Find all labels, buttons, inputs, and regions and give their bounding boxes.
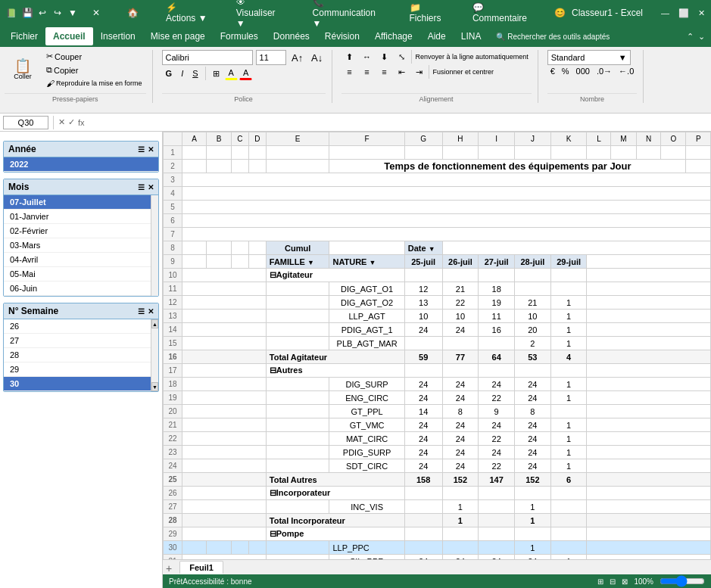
col-e[interactable]: E [266, 132, 329, 146]
semaine-clear-icon[interactable]: ✕ [148, 307, 154, 316]
nature-dig-agt-o2[interactable]: DIG_AGT_O2 [329, 296, 404, 310]
view-layout-btn[interactable]: ⊟ [610, 577, 616, 586]
add-sheet-btn[interactable]: + [166, 562, 172, 574]
col-c[interactable]: C [231, 132, 248, 146]
col-o[interactable]: O [661, 132, 686, 146]
menu-donnees[interactable]: Données [266, 27, 317, 45]
decimal-increase-btn[interactable]: .0→ [594, 65, 615, 77]
text-angle-btn[interactable]: ⤡ [394, 50, 410, 64]
ribbon-expand-btn[interactable]: ⌄ [698, 32, 705, 42]
semaine-scrollbar[interactable]: ▲ ▼ [151, 319, 158, 391]
incorporateur-group[interactable]: ⊟Incorporateur [266, 487, 404, 500]
semaine-item-27[interactable]: 27 [4, 334, 151, 348]
save-icon[interactable]: 💾 [21, 7, 33, 19]
merge-center-btn[interactable]: Fusionner et centrer [430, 65, 497, 79]
menu-rechercher[interactable]: 🔍 Rechercher des outils adaptés [488, 27, 617, 45]
zoom-slider[interactable] [660, 575, 705, 587]
redo-icon[interactable]: ↪ [51, 7, 64, 19]
menu-mise-en-page[interactable]: Mise en page [143, 27, 213, 45]
italic-button[interactable]: I [177, 67, 187, 79]
col-a[interactable]: A [182, 132, 206, 146]
undo-icon[interactable]: ↩ [36, 7, 48, 19]
col-g[interactable]: G [404, 132, 442, 146]
paste-button[interactable]: 📋 Coller [5, 57, 41, 82]
total-autres-label[interactable]: Total Autres [266, 473, 404, 487]
fichiers-menu[interactable]: 📁 Fichiers [404, 1, 451, 25]
mois-scrollbar[interactable] [151, 195, 158, 296]
mois-multiselect-icon[interactable]: ☰ [138, 183, 145, 191]
col-l[interactable]: L [587, 132, 611, 146]
col-p[interactable]: P [686, 132, 711, 146]
col-n[interactable]: N [636, 132, 661, 146]
minimize-btn[interactable]: — [661, 8, 669, 17]
nature-pdig-agt-1[interactable]: PDIG_AGT_1 [329, 323, 404, 337]
semaine-item-30[interactable]: 30 [4, 377, 151, 391]
date-col-29[interactable]: 29-juil [550, 255, 587, 269]
nature-header[interactable]: NATURE ▼ [329, 255, 404, 269]
bold-button[interactable]: G [162, 67, 176, 79]
menu-fichier[interactable]: Fichier [3, 27, 45, 45]
agitateur-group[interactable]: ⊟Agitateur [266, 269, 404, 282]
semaine-item-29[interactable]: 29 [4, 362, 151, 377]
pompe-group[interactable]: ⊟Pompe [266, 527, 404, 541]
align-left-btn[interactable]: ≡ [341, 65, 358, 79]
border-button[interactable]: ⊞ [209, 67, 223, 80]
total-agitateur-label[interactable]: Total Agitateur [266, 350, 404, 364]
menu-aide[interactable]: Aide [420, 27, 454, 45]
cell-reference-input[interactable] [3, 116, 48, 129]
col-i[interactable]: I [479, 132, 515, 146]
font-color-button[interactable]: A [239, 67, 252, 80]
nature-llp-agt[interactable]: LLP_AGT [329, 310, 404, 323]
mois-item-juillet[interactable]: 07-Juillet [4, 195, 151, 210]
menu-formules[interactable]: Formules [213, 27, 266, 45]
qat-dropdown-icon[interactable]: ▼ [67, 7, 79, 19]
format-painter-button[interactable]: 🖌 Reproduire la mise en forme [42, 77, 146, 89]
insert-function-icon[interactable]: fx [78, 118, 85, 127]
nature-dig-agt-o1[interactable]: DIG_AGT_O1 [329, 282, 404, 296]
col-j[interactable]: J [515, 132, 551, 146]
annee-multiselect-icon[interactable]: ☰ [138, 145, 145, 154]
indent-decrease-btn[interactable]: ⇤ [394, 65, 410, 79]
menu-revision[interactable]: Révision [317, 27, 367, 45]
align-top-btn[interactable]: ⬆ [341, 50, 358, 64]
scroll-up-btn[interactable]: ▲ [151, 319, 158, 328]
menu-accueil[interactable]: Accueil [45, 27, 93, 45]
scroll-down-btn[interactable]: ▼ [151, 382, 158, 391]
wrap-text-btn[interactable]: Renvoyer à la ligne automatiquement [413, 50, 532, 64]
annee-clear-icon[interactable]: ✕ [148, 145, 154, 154]
col-k[interactable]: K [550, 132, 587, 146]
date-filter-dropdown[interactable]: ▼ [429, 245, 435, 253]
mois-clear-icon[interactable]: ✕ [148, 183, 154, 191]
semaine-item-28[interactable]: 28 [4, 348, 151, 362]
table-content[interactable]: A B C D E F G H I J K L M N O [163, 132, 711, 559]
mois-item-janvier[interactable]: 01-Janvier [4, 210, 151, 224]
mois-item-avril[interactable]: 04-Avril [4, 253, 151, 267]
cut-button[interactable]: ✂ Couper [42, 50, 146, 63]
menu-insertion[interactable]: Insertion [93, 27, 143, 45]
menu-affichage[interactable]: Affichage [367, 27, 420, 45]
autres-group[interactable]: ⊟Autres [266, 364, 404, 378]
mois-item-fevrier[interactable]: 02-Février [4, 224, 151, 238]
cumul-header[interactable]: Cumul [266, 241, 329, 255]
mois-item-mai[interactable]: 05-Mai [4, 267, 151, 282]
align-center-btn[interactable]: ≡ [359, 65, 376, 79]
communication-menu[interactable]: 📞 Communication ▼ [307, 0, 388, 30]
font-size-input[interactable] [256, 50, 286, 65]
sheet-tab-feuil1[interactable]: Feuil1 [179, 561, 223, 574]
semaine-multiselect-icon[interactable]: ☰ [138, 307, 145, 316]
cancel-formula-icon[interactable]: ✕ [58, 117, 65, 127]
col-m[interactable]: M [611, 132, 636, 146]
date-col-27[interactable]: 27-juil [479, 255, 515, 269]
close-btn[interactable]: ✕ [698, 8, 705, 18]
annee-item-2022[interactable]: 2022 [4, 157, 158, 172]
percent-btn[interactable]: % [559, 65, 572, 77]
font-name-input[interactable] [162, 50, 253, 65]
thousands-btn[interactable]: 000 [573, 65, 593, 77]
col-f[interactable]: F [329, 132, 404, 146]
number-format-dropdown[interactable]: Standard ▼ [547, 50, 631, 65]
align-middle-btn[interactable]: ↔ [359, 50, 376, 64]
col-h[interactable]: H [442, 132, 479, 146]
famille-header[interactable]: FAMILLE ▼ [266, 255, 329, 269]
underline-button[interactable]: S [189, 67, 201, 79]
decimal-decrease-btn[interactable]: ←.0 [616, 65, 637, 77]
